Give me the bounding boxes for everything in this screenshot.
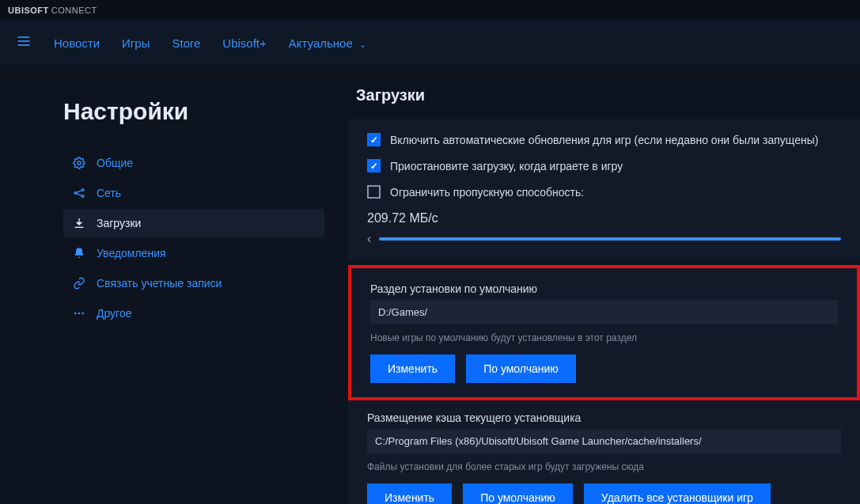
sidebar-item-label: Сеть (97, 187, 121, 199)
install-label: Раздел установки по умолчанию (370, 282, 838, 295)
checkbox-auto-update[interactable] (367, 133, 381, 146)
svg-point-11 (81, 313, 84, 315)
sidebar-item-other[interactable]: Другое (63, 299, 324, 328)
svg-point-3 (78, 161, 81, 165)
svg-line-8 (77, 194, 82, 196)
svg-point-6 (81, 195, 84, 198)
bandwidth-slider[interactable] (379, 237, 841, 241)
section-heading: Загрузки (348, 86, 860, 104)
checkbox-label: Приостановите загрузку, когда играете в … (390, 160, 623, 172)
sidebar-item-general[interactable]: Общие (63, 149, 324, 177)
sidebar-item-label: Уведомления (97, 247, 166, 260)
bell-icon (73, 247, 85, 260)
nav-store[interactable]: Store (172, 36, 200, 50)
cache-path[interactable]: C:/Program Files (x86)/Ubisoft/Ubisoft G… (367, 429, 841, 453)
install-hint: Новые игры по умолчанию будут установлен… (370, 332, 838, 343)
brand-bold: UBISOFT (8, 6, 49, 15)
nav-ubisoftplus[interactable]: Ubisoft+ (222, 36, 266, 50)
install-location-panel: Раздел установки по умолчанию D:/Games/ … (348, 265, 860, 400)
chevron-left-icon[interactable]: ‹ (367, 232, 371, 246)
cache-delete-button[interactable]: Удалить все установщики игр (584, 483, 771, 504)
cache-location-panel: Размещение кэша текущего установщика C:/… (348, 400, 860, 504)
svg-point-5 (81, 189, 84, 191)
page-title: Настройки (63, 98, 324, 125)
checkbox-pause-on-play[interactable] (367, 159, 381, 172)
panel-options: Включить автоматические обновления для и… (348, 119, 860, 260)
default-button[interactable]: По умолчанию (466, 354, 576, 383)
link-icon (73, 277, 85, 290)
cache-change-button[interactable]: Изменить (367, 483, 452, 504)
dots-icon (73, 307, 85, 320)
checkbox-label: Ограничить пропускную способность: (390, 186, 584, 199)
nav-actual[interactable]: Актуальное ⌄ (289, 36, 366, 50)
change-button[interactable]: Изменить (370, 354, 455, 383)
sidebar-item-network[interactable]: Сеть (63, 179, 324, 207)
hamburger-icon[interactable] (16, 33, 32, 53)
sidebar-item-label: Загрузки (97, 217, 141, 229)
cache-label: Размещение кэша текущего установщика (367, 411, 841, 424)
checkbox-label: Включить автоматические обновления для и… (390, 134, 818, 146)
install-path[interactable]: D:/Games/ (370, 300, 838, 324)
gear-icon (73, 157, 85, 169)
brand-light: CONNECT (51, 6, 97, 15)
main-content: Загрузки Включить автоматические обновле… (348, 66, 860, 504)
download-icon (73, 217, 85, 229)
cache-default-button[interactable]: По умолчанию (463, 483, 573, 504)
checkbox-limit-bandwidth[interactable] (367, 185, 381, 199)
sidebar-item-label: Общие (97, 157, 133, 169)
svg-point-9 (74, 313, 77, 315)
svg-line-7 (77, 191, 82, 193)
network-icon (73, 187, 85, 199)
sidebar-item-label: Связать учетные записи (97, 277, 222, 290)
top-nav: Новости Игры Store Ubisoft+ Актуальное ⌄ (0, 21, 860, 66)
svg-point-4 (74, 192, 77, 195)
nav-news[interactable]: Новости (54, 36, 100, 50)
sidebar-item-downloads[interactable]: Загрузки (63, 209, 324, 237)
titlebar: UBISOFT CONNECT (0, 0, 860, 21)
sidebar-item-label: Другое (97, 307, 131, 320)
sidebar-item-notifications[interactable]: Уведомления (63, 239, 324, 267)
cache-hint: Файлы установки для более старых игр буд… (367, 461, 841, 472)
sidebar-item-link-accounts[interactable]: Связать учетные записи (63, 269, 324, 297)
chevron-down-icon: ⌄ (359, 40, 366, 49)
bandwidth-value: 209.72 МБ/с (367, 211, 841, 225)
sidebar: Настройки Общие Сеть Загрузки Уведомлени… (0, 66, 348, 504)
svg-point-10 (78, 313, 81, 315)
nav-actual-label: Актуальное (289, 36, 353, 50)
nav-games[interactable]: Игры (122, 36, 150, 50)
